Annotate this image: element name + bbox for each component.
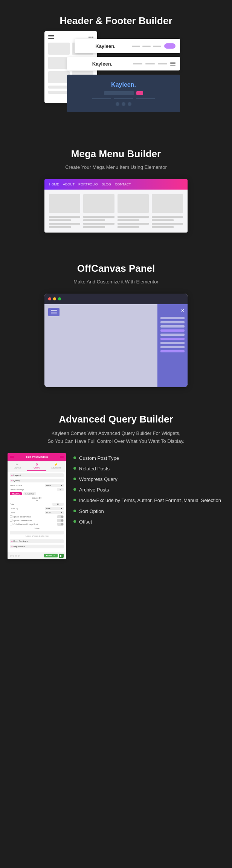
posts-source-select[interactable]: Posts ▾ (45, 484, 64, 487)
footer-btn (136, 91, 143, 95)
post-settings-label: Post Settings (14, 540, 28, 542)
menu-icon (48, 35, 54, 39)
plus-icon-query: − (11, 479, 13, 482)
mega-menu-top-bar: HOME ABOUT PORTFOLIO BLOG CONTACT (44, 179, 188, 190)
nav-item-1: HOME (49, 182, 59, 186)
footer-input (104, 91, 134, 95)
mega-menu-title: Mega Menu Builder (11, 148, 221, 160)
ignore-current-switch[interactable] (57, 519, 64, 522)
only-featured-label: Only Featured Image Post (14, 523, 38, 525)
panel-line-5 (160, 342, 185, 344)
mega-col-4 (152, 194, 183, 228)
layout-section-header[interactable]: + Layout (10, 473, 64, 477)
footer-input-row (104, 91, 143, 95)
footer-logo: Kayleen. (111, 81, 136, 88)
mega-thumb-2 (83, 194, 114, 213)
mega-menu-mockup: HOME ABOUT PORTFOLIO BLOG CONTACT (44, 179, 188, 233)
mega-line-8 (83, 226, 105, 228)
order-row: Order DESC ▾ (10, 511, 64, 514)
logo-text-2: Kayleen. (72, 61, 133, 67)
query-panel-mockup: Edit Post Modern ✏ Layout ⚙ Query ⚡ Adva… (8, 453, 66, 559)
tab-advanced[interactable]: ⚡ Advanced (46, 461, 66, 471)
nav-item-5: CONTACT (115, 182, 131, 186)
bullet-4 (73, 488, 76, 491)
footer-dots (116, 102, 131, 106)
posts-per-page-input[interactable]: 5 (57, 488, 64, 491)
mega-menu-section: Mega Menu Builder Create Your Mega Menu … (0, 133, 232, 248)
select-chevron: ▾ (61, 484, 62, 487)
arrow-button[interactable]: ▶ (59, 554, 64, 558)
only-featured-switch[interactable] (57, 523, 64, 526)
panel-line-6 (160, 346, 185, 348)
offcanvas-panel: ✕ (157, 304, 188, 387)
qp-menu-icon (10, 456, 14, 459)
offcanvas-subtitle: Make And Customize it With Elementor (11, 279, 221, 285)
post-settings-header[interactable]: + Post Settings (10, 539, 64, 543)
offset-input[interactable] (10, 531, 64, 534)
thumb-3 (48, 57, 70, 69)
bullet-2 (73, 467, 76, 470)
order-by-select[interactable]: Date ▾ (45, 507, 64, 510)
bullet-7 (73, 520, 76, 523)
mega-col-1 (49, 194, 80, 228)
dot-green (58, 297, 61, 300)
offcanvas-menu-bar[interactable] (48, 308, 60, 316)
query-icon: ⚙ (35, 463, 38, 466)
hamburger-icon (170, 62, 176, 66)
qp-title: Edit Post Modern (16, 456, 58, 458)
panel-line-1 (160, 317, 185, 319)
nav-lines-1 (132, 46, 161, 47)
mega-line-12 (118, 226, 139, 228)
date-select[interactable]: All (52, 503, 64, 506)
include-toggle[interactable]: INCLUDE (10, 492, 22, 495)
close-icon[interactable]: ✕ (160, 308, 185, 313)
tab-query[interactable]: ⚙ Query (27, 461, 47, 471)
toggle-btn (164, 43, 176, 49)
thumb-5 (48, 71, 70, 83)
plus-icon-post-settings: + (11, 540, 13, 542)
query-builder-section: Advanced Query Builder Kayleen Comes Wit… (0, 402, 232, 571)
posts-per-page-row: Posts Per Page 5 (10, 488, 64, 491)
bottom-dots (10, 555, 20, 557)
qp-more-icon (60, 456, 64, 459)
query-label: Query (14, 479, 20, 482)
ignore-sticky-row: Ignore Sticky Posts (10, 515, 64, 518)
thumb-1 (48, 43, 70, 55)
exclude-toggle[interactable]: EXCLUDE (23, 492, 36, 495)
dot-red (48, 297, 51, 300)
ignore-current-checkbox[interactable] (10, 519, 12, 522)
qp-tabs: ✏ Layout ⚙ Query ⚡ Advanced (8, 461, 66, 472)
nav-item-3: PORTFOLIO (78, 182, 98, 186)
ignore-sticky-checkbox[interactable] (10, 515, 12, 518)
offcanvas-title: OffCanvas Panel (11, 263, 221, 274)
mega-line-13 (152, 216, 183, 218)
order-by-chevron: ▾ (61, 507, 62, 510)
mega-line-14 (152, 219, 174, 221)
offcanvas-main-area (44, 304, 157, 387)
ignore-sticky-switch[interactable] (57, 515, 64, 518)
only-featured-checkbox[interactable] (10, 523, 12, 525)
query-section-header[interactable]: − Query (10, 479, 64, 482)
pagination-header[interactable]: + Pagination (10, 545, 64, 548)
feature-item-1: Custom Post Type (73, 455, 224, 462)
panel-line-2 (160, 321, 185, 323)
bullet-1 (73, 456, 76, 459)
logo-text-1: Kayleen. (79, 43, 132, 49)
order-select[interactable]: DESC ▾ (45, 511, 64, 514)
mega-line-3 (49, 223, 80, 225)
plus-icon-pagination: + (11, 545, 13, 548)
mega-thumb-1 (49, 194, 80, 213)
mega-line-10 (118, 219, 139, 221)
bullet-5 (73, 499, 76, 501)
include-by-label: Include By (10, 497, 64, 499)
tab-layout[interactable]: ✏ Layout (8, 461, 27, 471)
panel-line-accent-1 (160, 329, 185, 332)
mega-thumb-4 (152, 194, 183, 213)
header-footer-title: Header & Footer Builder (11, 15, 221, 27)
feature-item-4: Archive Posts (73, 487, 224, 493)
header-footer-section: Header & Footer Builder (0, 0, 232, 133)
ignore-current-row: Ignore Current Post (10, 519, 64, 522)
mega-menu-subtitle: Create Your Mega Menu Item Using Element… (11, 164, 221, 170)
update-button[interactable]: UPDATE (44, 554, 58, 557)
offset-desc: number of posts to skip next (10, 535, 64, 537)
